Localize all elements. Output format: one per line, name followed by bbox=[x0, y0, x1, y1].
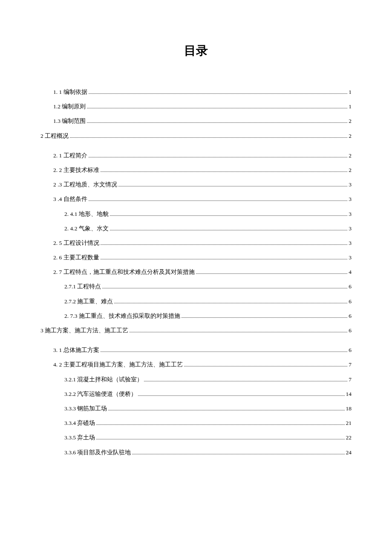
toc-page-number: 4 bbox=[349, 269, 352, 276]
toc-label: 2.7.1 工程特点 bbox=[64, 283, 101, 290]
toc-entry: 3. 1 总体施工方案6 bbox=[40, 347, 352, 354]
toc-label: 2. 2 主要技术标准 bbox=[53, 167, 99, 174]
toc-label: 2. 7.3 施工重点、技术难点拟采取的对策措施 bbox=[64, 313, 180, 320]
toc-entry: 3 .4 自然条件3 bbox=[40, 196, 352, 203]
toc-page-number: 6 bbox=[349, 347, 352, 354]
toc-leader-dots bbox=[89, 157, 348, 157]
toc-leader-dots bbox=[110, 215, 348, 216]
toc-entry: 2. 2 主要技术标准2 bbox=[40, 167, 352, 174]
toc-leader-dots bbox=[114, 303, 347, 303]
toc-leader-dots bbox=[108, 410, 344, 410]
toc-leader-dots bbox=[70, 137, 347, 138]
toc-entry: 2.7.2 施工重、难点6 bbox=[40, 298, 352, 305]
toc-label: 3 .4 自然条件 bbox=[53, 196, 87, 203]
toc-leader-dots bbox=[101, 171, 348, 172]
toc-entry: 2.7.1 工程特点6 bbox=[40, 283, 352, 290]
page-title: 目录 bbox=[40, 43, 352, 59]
toc-label: 2. 6 主要工程数量 bbox=[53, 254, 99, 261]
toc-leader-dots bbox=[101, 244, 348, 245]
toc-entry: 2. 5 工程设计情况3 bbox=[40, 240, 352, 247]
toc-leader-dots bbox=[87, 122, 347, 123]
toc-entry: 3.3.4 弃碴场21 bbox=[40, 420, 352, 427]
toc-entry: 3 施工方案、施工方法、施工工艺6 bbox=[40, 327, 352, 334]
toc-page-number: 2 bbox=[349, 152, 352, 159]
toc-entry: 2. 4.2 气象、水文3 bbox=[40, 225, 352, 232]
toc-leader-dots bbox=[96, 424, 344, 425]
toc-page-number: 14 bbox=[346, 391, 352, 398]
toc-leader-dots bbox=[110, 230, 348, 230]
toc-leader-dots bbox=[144, 381, 347, 381]
toc-page-number: 6 bbox=[349, 283, 352, 290]
toc-entry: 3.2.1 混凝土拌和站（试验室）7 bbox=[40, 376, 352, 383]
toc-page-number: 1 bbox=[349, 89, 352, 96]
toc-label: 2 工程概况 bbox=[40, 133, 69, 139]
toc-leader-dots bbox=[132, 454, 344, 454]
toc-label: 3. 1 总体施工方案 bbox=[53, 347, 99, 354]
toc-page-number: 2 bbox=[349, 167, 352, 174]
toc-leader-dots bbox=[182, 317, 348, 318]
toc-leader-dots bbox=[96, 439, 344, 439]
toc-entry: 3.3.3 钢筋加工场18 bbox=[40, 405, 352, 412]
toc-entry: 3.3.6 项目部及作业队驻地24 bbox=[40, 449, 352, 456]
toc-leader-dots bbox=[89, 200, 348, 201]
toc-label: 2 .3 工程地质、水文情况 bbox=[53, 181, 117, 188]
toc-page-number: 1 bbox=[349, 103, 352, 110]
table-of-contents: 1. 1 编制依据11.2 编制原则11.3 编制范围22 工程概况22. 1 … bbox=[40, 89, 352, 456]
toc-page-number: 24 bbox=[346, 449, 352, 456]
toc-entry: 1. 1 编制依据1 bbox=[40, 89, 352, 96]
toc-page-number: 3 bbox=[349, 254, 352, 261]
toc-page-number: 2 bbox=[349, 118, 352, 125]
toc-label: 3.3.6 项目部及作业队驻地 bbox=[64, 449, 131, 456]
toc-label: 3.3.3 钢筋加工场 bbox=[64, 405, 107, 412]
toc-entry: 2. 4.1 地形、地貌3 bbox=[40, 211, 352, 218]
toc-label: 2. 1 工程简介 bbox=[53, 152, 87, 159]
toc-page-number: 3 bbox=[349, 225, 352, 232]
toc-page-number: 6 bbox=[349, 327, 352, 334]
toc-page-number: 7 bbox=[349, 376, 352, 383]
toc-label: 1. 1 编制依据 bbox=[53, 89, 87, 96]
toc-page-number: 21 bbox=[346, 420, 352, 427]
toc-entry: 2. 6 主要工程数量3 bbox=[40, 254, 352, 261]
toc-entry: 2. 1 工程简介2 bbox=[40, 152, 352, 159]
toc-leader-dots bbox=[101, 259, 348, 259]
toc-page-number: 3 bbox=[349, 181, 352, 188]
toc-label: 3.2.1 混凝土拌和站（试验室） bbox=[64, 376, 143, 383]
toc-entry: 2. 7.3 施工重点、技术难点拟采取的对策措施6 bbox=[40, 313, 352, 320]
toc-page-number: 22 bbox=[346, 434, 352, 441]
toc-page-number: 6 bbox=[349, 313, 352, 320]
toc-leader-dots bbox=[87, 108, 347, 108]
toc-label: 1.2 编制原则 bbox=[53, 103, 86, 110]
toc-label: 2. 5 工程设计情况 bbox=[53, 240, 99, 247]
toc-entry: 3.3.5 弃土场22 bbox=[40, 434, 352, 441]
toc-page-number: 7 bbox=[349, 361, 352, 368]
toc-page-number: 18 bbox=[346, 405, 352, 412]
toc-page-number: 3 bbox=[349, 211, 352, 218]
toc-leader-dots bbox=[118, 186, 348, 186]
toc-label: 2.7.2 施工重、难点 bbox=[64, 298, 113, 305]
toc-label: 2. 4.1 地形、地貌 bbox=[64, 211, 109, 218]
toc-label: 3.2.2 汽车运输便道（便桥） bbox=[64, 391, 137, 398]
toc-page-number: 3 bbox=[349, 240, 352, 247]
toc-leader-dots bbox=[138, 395, 344, 396]
toc-entry: 1.2 编制原则1 bbox=[40, 103, 352, 110]
toc-label: 3 施工方案、施工方法、施工工艺 bbox=[40, 327, 128, 334]
toc-leader-dots bbox=[102, 288, 347, 288]
toc-leader-dots bbox=[101, 352, 348, 352]
toc-leader-dots bbox=[130, 332, 347, 332]
toc-page-number: 6 bbox=[349, 298, 352, 305]
toc-page-number: 2 bbox=[349, 133, 352, 139]
toc-page-number: 3 bbox=[349, 196, 352, 203]
toc-leader-dots bbox=[184, 366, 348, 366]
toc-label: 1.3 编制范围 bbox=[53, 118, 86, 125]
toc-label: 3.3.4 弃碴场 bbox=[64, 420, 95, 427]
toc-entry: 2 .3 工程地质、水文情况3 bbox=[40, 181, 352, 188]
toc-label: 4. 2 主要工程项目施工方案、施工方法、施工工艺 bbox=[53, 361, 183, 368]
toc-entry: 1.3 编制范围2 bbox=[40, 118, 352, 125]
toc-entry: 4. 2 主要工程项目施工方案、施工方法、施工工艺7 bbox=[40, 361, 352, 368]
toc-label: 2. 4.2 气象、水文 bbox=[64, 225, 109, 232]
toc-leader-dots bbox=[89, 93, 348, 94]
toc-entry: 2. 7 工程特点，施工重点和技术难点分析及其对策措施4 bbox=[40, 269, 352, 276]
toc-entry: 2 工程概况2 bbox=[40, 133, 352, 139]
toc-label: 3.3.5 弃土场 bbox=[64, 434, 95, 441]
toc-label: 2. 7 工程特点，施工重点和技术难点分析及其对策措施 bbox=[53, 269, 195, 276]
